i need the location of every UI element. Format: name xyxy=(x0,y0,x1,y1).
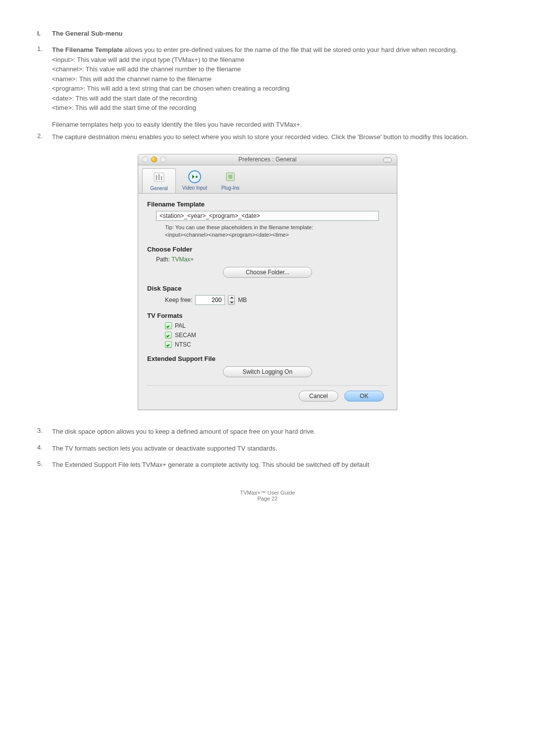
text: <date>: This will add the start date of … xyxy=(52,94,498,103)
plugins-icon xyxy=(223,169,238,184)
text: <program>: This will add a text string t… xyxy=(52,84,498,94)
keep-free-input[interactable] xyxy=(195,295,225,305)
window-title: Preferences : General xyxy=(138,156,397,163)
section-tv-formats: TV Formats xyxy=(147,312,388,319)
toolbar: General Video Input Plug-Ins xyxy=(138,165,397,194)
checkbox-label: SECAM xyxy=(175,332,196,339)
path-value: TVMax+ xyxy=(171,256,194,263)
page-footer: TVMax+™ User Guide Page 22 xyxy=(37,490,498,502)
list-item: 2. The capture destination menu enables … xyxy=(37,132,498,142)
checkbox-icon xyxy=(165,322,172,329)
checkbox-row-pal[interactable]: PAL xyxy=(147,322,388,329)
tab-label: Video Input xyxy=(182,185,207,191)
toolbar-pill-icon[interactable] xyxy=(383,157,392,162)
divider xyxy=(147,385,388,386)
section-title: The General Sub-menu xyxy=(52,30,122,37)
tab-general[interactable]: General xyxy=(142,168,176,193)
checkbox-label: PAL xyxy=(175,322,186,329)
svg-point-5 xyxy=(196,176,198,178)
svg-rect-2 xyxy=(159,174,160,180)
filename-template-input[interactable] xyxy=(156,211,379,221)
text: The capture destination menu enables you… xyxy=(52,132,498,142)
svg-rect-7 xyxy=(228,175,232,179)
choose-folder-button[interactable]: Choose Folder... xyxy=(223,267,312,278)
text: <channel>: This value will add the chann… xyxy=(52,64,498,74)
mb-label: MB xyxy=(238,297,247,303)
list-item: 1. The Filename Template allows you to e… xyxy=(37,45,498,129)
preferences-window: Preferences : General General Video Inpu… xyxy=(138,154,397,410)
path-label: Path: xyxy=(156,256,171,263)
text: <input>: This value will add the input t… xyxy=(52,55,498,65)
checkbox-label: NTSC xyxy=(175,341,191,348)
section-heading: I. The General Sub-menu xyxy=(37,30,498,37)
section-choose-folder: Choose Folder xyxy=(147,246,388,253)
checkbox-icon xyxy=(165,341,172,348)
list-item: 3. The disk space option allows you to k… xyxy=(37,427,498,437)
text: <time>: This will add the start time of … xyxy=(52,103,498,113)
keep-free-label: Keep free: xyxy=(165,297,192,303)
minimize-icon[interactable] xyxy=(151,156,157,162)
ok-button[interactable]: OK xyxy=(344,391,384,402)
checkbox-icon xyxy=(165,332,172,339)
zoom-icon[interactable] xyxy=(160,156,166,162)
svg-rect-3 xyxy=(161,176,162,180)
tip-text: Tip: You can use these placeholders in t… xyxy=(147,224,388,239)
tab-label: Plug-Ins xyxy=(221,185,240,191)
checkbox-row-ntsc[interactable]: NTSC xyxy=(147,341,388,348)
close-icon[interactable] xyxy=(142,156,148,162)
slider-icon xyxy=(152,170,166,185)
section-disk-space: Disk Space xyxy=(147,285,388,292)
text: <name>: This will add the channel name t… xyxy=(52,74,498,84)
path-row: Path: TVMax+ xyxy=(147,256,388,263)
stepper-icon[interactable] xyxy=(228,295,235,305)
svg-rect-1 xyxy=(156,175,157,180)
window-titlebar: Preferences : General xyxy=(138,154,397,165)
section-filename-template: Filename Template xyxy=(147,201,388,208)
text-bold: The Filename Template xyxy=(52,46,123,53)
text: allows you to enter pre-defined values f… xyxy=(123,46,458,53)
tab-label: General xyxy=(150,186,168,191)
cancel-button[interactable]: Cancel xyxy=(299,391,338,402)
checkbox-row-secam[interactable]: SECAM xyxy=(147,332,388,339)
section-extended-support: Extended Support File xyxy=(147,355,388,362)
text: The TV formats section lets you activate… xyxy=(52,444,498,454)
tab-plugins[interactable]: Plug-Ins xyxy=(214,168,247,193)
video-input-icon xyxy=(187,169,202,184)
text: Filename templates help you to easily id… xyxy=(52,120,498,130)
text: The disk space option allows you to keep… xyxy=(52,427,498,437)
section-number: I. xyxy=(37,30,52,37)
text: The Extended Support File lets TVMax+ ge… xyxy=(52,460,498,470)
switch-logging-button[interactable]: Switch Logging On xyxy=(223,366,312,377)
list-item: 5. The Extended Support File lets TVMax+… xyxy=(37,460,498,470)
tab-video-input[interactable]: Video Input xyxy=(178,168,212,193)
list-item: 4. The TV formats section lets you activ… xyxy=(37,444,498,454)
